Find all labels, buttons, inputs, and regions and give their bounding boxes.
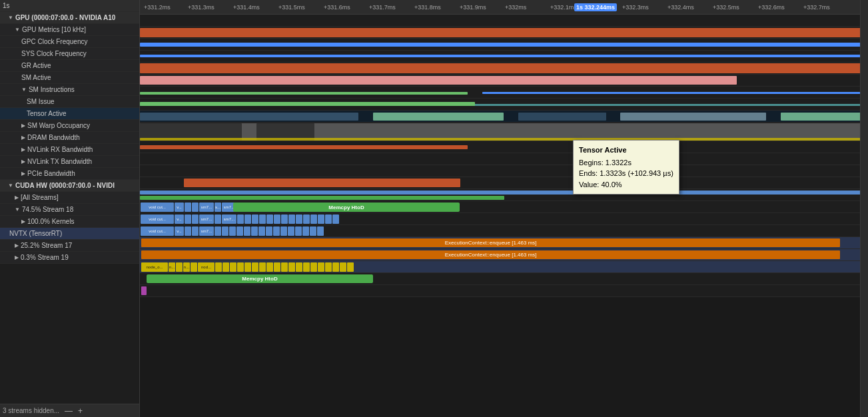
stream-18-collapse-icon: [15, 207, 20, 212]
rows-container: void cut... v... sm7... s... sm7... sm..…: [140, 15, 868, 417]
node-6: nod...: [198, 262, 215, 272]
nodes-rest: [215, 262, 867, 272]
tick-3: +331.5ms: [278, 4, 305, 11]
stream-19-marker: [141, 286, 147, 295]
s18-k3: [185, 214, 191, 224]
sm-instructions-bar1: [140, 92, 468, 95]
stream-19-collapse-icon: [15, 254, 19, 260]
tick-6: +331.8ms: [414, 4, 441, 11]
s18-k5: sm7...: [199, 214, 214, 224]
tensor-bar4: [620, 113, 766, 121]
dram-bw-label[interactable]: DRAM Bandwidth: [0, 132, 139, 144]
nvlink-rx-row: [140, 153, 868, 165]
sm-warp-yellow: [140, 138, 868, 141]
kernels-row: void cut... v... sm7...: [140, 225, 868, 237]
tick-14: +332.7ms: [803, 4, 830, 11]
sm-warp-label[interactable]: SM Warp Occupancy: [0, 120, 139, 132]
stream-18-row: void cut... v... sm7... sm7...: [140, 213, 868, 225]
sm-instructions-row: [140, 87, 868, 99]
sys-clock-row: [140, 51, 868, 63]
k-block-2: v...: [175, 226, 184, 236]
dram-bw-row: [140, 141, 868, 153]
k-b5: sm7...: [199, 226, 214, 236]
sm-issue-row: [140, 99, 868, 111]
all-streams-collapse-icon: [15, 195, 19, 201]
exec-context-bar-1: ExecutionContext::enqueue [1.463 ms]: [141, 238, 840, 247]
node-5: [191, 262, 197, 272]
stream-17-label[interactable]: 25.2% Stream 17: [0, 240, 139, 252]
cuda-hw-collapse-icon: [8, 183, 13, 189]
cuda-hw-label[interactable]: CUDA HW (0000:07:00.0 - NVIDI: [0, 180, 139, 192]
all-streams-label[interactable]: [All Streams]: [0, 192, 139, 204]
stream-17-collapse-icon: [15, 242, 19, 248]
sm-instructions-bar2: [482, 92, 868, 94]
gr-active-label: GR Active: [0, 60, 139, 72]
tensor-active-tooltip: Tensor Active Begins: 1.3322s Ends: 1.33…: [573, 140, 679, 195]
sm-active-bar: [140, 76, 737, 85]
nvtx-nodes-row: node_o... n... n... nod...: [140, 261, 868, 273]
tooltip-ends: Ends: 1.3323s (+102.943 µs): [579, 168, 673, 179]
sys-clock-label: SYS Clock Frequency: [0, 48, 139, 60]
k-b6: [215, 226, 221, 236]
exec-context-bar-2: ExecutionContext::enqueue [1.463 ms]: [141, 250, 840, 259]
nvlink-rx-label[interactable]: NVLink RX Bandwidth: [0, 144, 139, 156]
tensor-bar5: [781, 113, 868, 121]
node-4: n...: [183, 262, 190, 272]
stream-17-row: Memcpy HtoD: [140, 273, 868, 285]
tick-0: +331.2ms: [144, 4, 171, 11]
s18-kernel-1: void cut...: [141, 214, 174, 224]
main-container: 1s GPU (0000:07:00.0 - NVIDIA A10 GPU Me…: [0, 0, 868, 417]
cuda-hw-row: [140, 189, 868, 201]
sm-issue-bar2: [140, 102, 475, 106]
k-b4: [192, 226, 199, 236]
collapse-button[interactable]: —: [65, 406, 73, 416]
s18-rest: [237, 214, 867, 224]
tooltip-title: Tensor Active: [579, 145, 673, 156]
gr-active-bar: [140, 63, 868, 73]
pcie-bar: [184, 179, 460, 187]
tick-13: +332.6ms: [758, 4, 785, 11]
tooltip-begins: Begins: 1.3322s: [579, 157, 673, 169]
vertical-scrollbar[interactable]: [860, 0, 868, 417]
pcie-bw-row: [140, 177, 868, 189]
nvlink-tx-label[interactable]: NVLink TX Bandwidth: [0, 156, 139, 168]
gpc-clock-label: GPC Clock Frequency: [0, 36, 139, 48]
gpu-collapse-icon: [8, 15, 13, 21]
tick-9: +332.1ms: [550, 4, 577, 11]
nvlink-tx-row: [140, 165, 868, 177]
gpu-header-label[interactable]: GPU (0000:07:00.0 - NVIDIA A10: [0, 12, 139, 24]
sm-instructions-collapse-icon: [21, 87, 27, 93]
pcie-collapse-icon: [21, 171, 25, 177]
memcpy-htod-bar: Memcpy HtoD: [233, 203, 460, 212]
cuda-hw-bar: [140, 191, 868, 195]
expand-button[interactable]: +: [78, 406, 83, 416]
tick-11: +332.4ms: [667, 4, 694, 11]
gpu-metrics-bar: [140, 28, 868, 37]
tick-7: +331.9ms: [460, 4, 486, 11]
memcpy-htod-s17: Memcpy HtoD: [147, 274, 373, 283]
timeline-ticks: +331.2ms +331.3ms +331.4ms +331.5ms +331…: [143, 0, 865, 14]
nvtx-exec-row-2: ExecutionContext::enqueue [1.463 ms]: [140, 249, 868, 261]
time-scale-label: 1s: [3, 2, 10, 9]
stream-18-label[interactable]: 74.5% Stream 18: [0, 204, 139, 216]
node-1: node_o...: [141, 262, 168, 272]
tick-2: +331.4ms: [233, 4, 260, 11]
tensor-bar2: [373, 113, 504, 121]
stream-19-row: [140, 285, 868, 297]
cuda-hw-green: [140, 196, 504, 200]
timeline-header: +331.2ms +331.3ms +331.4ms +331.5ms +331…: [140, 0, 868, 15]
pcie-bw-label[interactable]: PCIe Bandwidth: [0, 168, 139, 180]
gpu-metrics-collapse-icon: [15, 27, 20, 33]
tick-12: +332.5ms: [713, 4, 739, 11]
kernel-block-6: s...: [215, 203, 221, 212]
nvlink-rx-collapse-icon: [21, 147, 25, 153]
tensor-bar1: [140, 113, 358, 121]
tick-8: +332ms: [505, 4, 526, 11]
gpu-metrics-label[interactable]: GPU Metrics [10 kHz]: [0, 24, 139, 36]
tick-1: +331.3ms: [188, 4, 215, 11]
stream-19-label[interactable]: 0.3% Stream 19: [0, 252, 139, 264]
nvtx-exec-row-1: ExecutionContext::enqueue [1.463 ms]: [140, 237, 868, 249]
sm-warp-collapse-icon: [21, 123, 25, 129]
kernels-100-label[interactable]: 100.0% Kernels: [0, 216, 139, 228]
sm-instructions-label[interactable]: SM Instructions: [0, 84, 139, 96]
